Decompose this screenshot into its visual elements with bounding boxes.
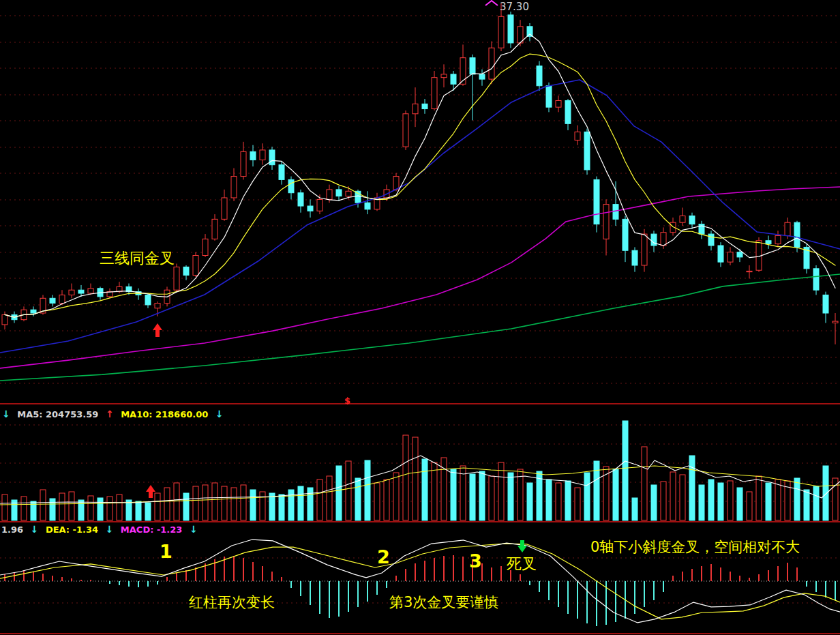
- candle-body: [298, 193, 303, 206]
- candle-body: [728, 252, 733, 262]
- volume-bar: [117, 494, 122, 520]
- volume-bar: [136, 501, 141, 520]
- candle-body: [88, 289, 93, 293]
- volume-bar: [317, 479, 322, 520]
- candle-body: [766, 241, 771, 244]
- candle-body: [832, 321, 838, 323]
- macd-dif-down-arrow-icon: ↓: [31, 524, 39, 535]
- candle-body: [775, 236, 781, 244]
- candle-body: [78, 290, 84, 293]
- volume-bar: [21, 497, 27, 520]
- volume-bar: [355, 478, 361, 520]
- candle-body: [155, 304, 160, 308]
- candle-body: [642, 234, 647, 265]
- volume-bar: [556, 483, 561, 520]
- volume-bar: [78, 500, 84, 520]
- volume-bar: [823, 466, 828, 520]
- candle-body: [565, 100, 571, 123]
- candle-body: [59, 295, 65, 303]
- candle-body: [346, 191, 351, 196]
- ann-cross-1: 1: [160, 542, 172, 562]
- vol-ma5-value: MA5: 204753.59: [17, 409, 98, 419]
- candle-body: [632, 250, 638, 265]
- peak-caret-marker: [485, 1, 498, 5]
- candle-body: [708, 234, 714, 246]
- volume-bar: [193, 486, 198, 520]
- volume-bar: [250, 490, 256, 520]
- volume-bar: [40, 490, 46, 520]
- volume-bar: [728, 481, 733, 520]
- macd-dif-value: 1.96: [1, 525, 23, 535]
- candle-body: [412, 104, 418, 113]
- candle-body: [622, 219, 628, 250]
- volume-bar: [412, 437, 418, 520]
- volume-bar: [470, 474, 475, 520]
- price-ma10-line: [5, 54, 835, 317]
- ann-third-cross-caution: 第3次金叉要谨慎: [389, 595, 498, 610]
- volume-bar: [346, 461, 351, 520]
- volume-bar: [241, 485, 246, 520]
- candle-body: [479, 74, 485, 79]
- volume-bar: [699, 485, 704, 520]
- volume-bar: [718, 483, 723, 520]
- volume-bar: [766, 483, 771, 520]
- candle-body: [288, 179, 294, 192]
- death-cross-arrow: [518, 540, 527, 552]
- candle-body: [603, 205, 609, 239]
- volume-bar: [680, 475, 685, 520]
- candle-body: [250, 151, 256, 160]
- volume-bar: [288, 490, 294, 520]
- volume-bar: [651, 485, 657, 520]
- candle-body: [212, 219, 217, 239]
- ann-red-bars-longer: 红柱再次变长: [189, 595, 275, 610]
- volume-pane-header: ↓ MA5: 204753.59 ↑ MA10: 218660.00 ↓: [2, 409, 228, 419]
- ann-cross-3: 3: [469, 551, 482, 572]
- price-ma5-line: [5, 34, 835, 317]
- volume-bar: [279, 494, 284, 520]
- candle-body: [336, 190, 342, 196]
- volume-bar: [622, 421, 628, 520]
- volume-bar: [384, 479, 389, 520]
- candle-body: [537, 66, 542, 86]
- volume-bar: [183, 493, 189, 520]
- volume-bar: [393, 473, 399, 520]
- candle-body: [222, 198, 227, 219]
- volume-bar: [613, 469, 618, 520]
- volume-bar: [689, 456, 695, 520]
- candle-body: [2, 314, 7, 324]
- candle-body: [403, 114, 408, 147]
- candle-body: [422, 104, 427, 108]
- candle-body: [470, 58, 475, 74]
- candle-body: [508, 15, 513, 43]
- macd-macd-down-arrow-icon: ↓: [190, 524, 198, 535]
- volume-bar: [298, 486, 303, 520]
- candle-body: [317, 199, 322, 211]
- volume-bar: [107, 497, 112, 520]
- chart-window: ↓ MA5: 204753.59 ↑ MA10: 218660.00 ↓ 1.9…: [0, 0, 840, 635]
- candle-body: [241, 151, 246, 176]
- volume-bar: [508, 473, 513, 520]
- volume-bar: [546, 479, 552, 520]
- candle-body: [145, 295, 151, 304]
- buy-arrow-main: [153, 323, 162, 337]
- volume-bar: [202, 485, 208, 520]
- volume-bar: [212, 483, 217, 520]
- candle-body: [556, 100, 561, 107]
- vol-lead-down-arrow-icon: ↓: [2, 409, 10, 419]
- ann-dollar-mark: $: [344, 396, 350, 406]
- volume-bar: [498, 462, 504, 520]
- candle-body: [269, 150, 275, 165]
- volume-bar: [804, 490, 809, 520]
- candle-body: [689, 216, 695, 224]
- volume-bar: [642, 447, 647, 520]
- volume-bar: [2, 494, 7, 520]
- ann-below-zero-cross: 0轴下小斜度金叉，空间相对不大: [590, 540, 800, 555]
- candle-body: [393, 177, 399, 190]
- candle-body: [50, 298, 55, 303]
- candle-body: [451, 74, 456, 84]
- volume-bar: [50, 499, 55, 520]
- candle-body: [661, 233, 666, 246]
- volume-bar: [97, 498, 103, 520]
- candle-body: [737, 252, 742, 257]
- volume-bar: [432, 462, 437, 520]
